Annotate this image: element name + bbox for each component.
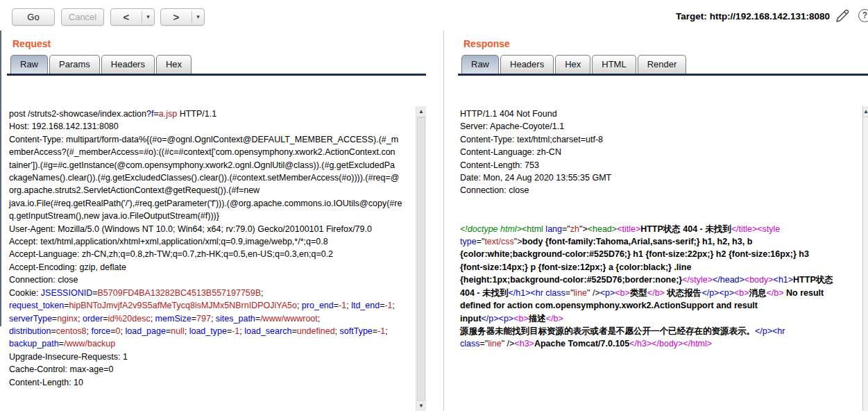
tab-render[interactable]: Render (638, 55, 687, 74)
code-line: {height:1px;background-color:#525D76;bor… (460, 274, 868, 286)
code-line: request_token=hipBNToJmvjfA2v9S5afMeTycq… (9, 299, 426, 312)
code-line (9, 389, 426, 401)
target-display: Target: http://192.168.142.131:8080 (676, 11, 830, 22)
response-editor[interactable]: HTTP/1.1 404 Not FoundServer: Apache-Coy… (458, 106, 868, 411)
tab-headers[interactable]: Headers (101, 55, 155, 74)
code-line: defined for action com.opensymphony.xwor… (460, 299, 868, 312)
code-line: <!doctype html><html lang="zh"><head><ti… (460, 223, 868, 235)
code-line (460, 197, 868, 210)
scroll-down-icon[interactable]: ▼ (416, 400, 426, 411)
scroll-up-icon[interactable]: ▲ (863, 106, 868, 117)
code-line: tainer']).(#g=#c.getInstance(@com.opensy… (9, 159, 426, 171)
request-scrollbar[interactable]: ▲ ▼ (416, 106, 426, 411)
tab-params[interactable]: Params (49, 55, 100, 74)
code-line: Accept-Language: zh-CN,zh;q=0.8,zh-TW;q=… (9, 248, 426, 260)
target-url: http://192.168.142.131:8080 (710, 11, 830, 22)
code-line: Date: Mon, 24 Aug 2020 13:55:35 GMT (460, 171, 868, 184)
code-line: Cache-Control: max-age=0 (9, 363, 426, 376)
code-line: Server: Apache-Coyote/1.1 (460, 120, 868, 133)
target-label: Target: (676, 11, 707, 22)
code-line: {color:white;background-color:#525D76;} … (460, 248, 868, 260)
code-line: class="line" /><h3>Apache Tomcat/7.0.105… (460, 337, 868, 350)
request-scrollbar-thumb[interactable] (417, 117, 425, 405)
window-edge-sliver (0, 0, 1, 326)
scroll-up-icon[interactable]: ▲ (416, 106, 426, 117)
toolbar: Go Cancel < ▾ > ▾ Target: http://192.168… (0, 0, 868, 31)
code-line: 404 - 未找到</h1><hr class="line" /><p><b>类… (460, 287, 868, 299)
tab-hex[interactable]: Hex (555, 55, 590, 74)
code-line: Upgrade-Insecure-Requests: 1 (9, 351, 426, 363)
forward-arrow-icon[interactable]: > (161, 9, 192, 25)
code-line: ckageNames().clear()).(#g.getExcludedCla… (9, 171, 426, 184)
request-editor[interactable]: post /struts2-showcase/index.action?f=a.… (7, 106, 426, 411)
response-panel-title: Response (458, 31, 868, 55)
code-line: Content-Length: 10 (9, 376, 426, 389)
code-line: Connection: close (460, 184, 868, 196)
edit-target-pencil-icon[interactable] (834, 8, 851, 27)
back-arrow-icon[interactable]: < (111, 9, 142, 25)
code-line: Host: 192.168.142.131:8080 (9, 120, 426, 133)
code-line: Content-Language: zh-CN (460, 146, 868, 158)
code-line: Connection: close (9, 274, 426, 286)
code-line: post /struts2-showcase/index.action?f=a.… (9, 108, 426, 120)
forward-button[interactable]: > ▾ (160, 8, 205, 26)
code-line: Content-Type: text/html;charset=utf-8 (460, 133, 868, 146)
code-line: 源服务器未能找到目标资源的表示或者是不愿公开一个已经存在的资源表示。</p><h… (460, 325, 868, 337)
code-line: java.io.File(#req.getRealPath('/'),#req.… (9, 197, 426, 210)
tab-underline (458, 74, 868, 76)
tab-hex[interactable]: Hex (156, 55, 192, 74)
tab-raw[interactable]: Raw (461, 55, 499, 74)
cancel-button[interactable]: Cancel (61, 8, 104, 26)
code-line: Content-Type: multipart/form-data%{(#o=@… (9, 133, 426, 146)
code-line (460, 210, 868, 222)
tab-headers[interactable]: Headers (500, 55, 554, 74)
response-scrollbar[interactable]: ▲ (862, 106, 868, 411)
code-line: Content-Length: 753 (460, 159, 868, 171)
back-button[interactable]: < ▾ (110, 8, 155, 26)
forward-dropdown-button[interactable]: ▾ (192, 9, 204, 25)
tab-html[interactable]: HTML (592, 55, 636, 74)
response-tabs: RawHeadersHexHTMLRender (461, 55, 868, 74)
code-line: type="text/css">body {font-family:Tahoma… (460, 235, 868, 248)
code-line: HTTP/1.1 404 Not Found (460, 108, 868, 120)
code-line: emberAccess?(#_memberAccess=#o):((#c=#co… (9, 146, 426, 158)
request-panel: Request RawParamsHeadersHex post /struts… (7, 31, 426, 411)
panel-divider (443, 31, 444, 411)
code-line: Accept: text/html,application/xhtml+xml,… (9, 235, 426, 248)
tab-raw[interactable]: Raw (10, 55, 48, 74)
request-panel-title: Request (7, 31, 426, 55)
code-line: Cookie: JSESSIONID=B5709FD4BA13282BC4513… (9, 287, 426, 299)
back-dropdown-button[interactable]: ▾ (142, 9, 154, 25)
help-icon[interactable]: ? (858, 9, 868, 22)
code-line: input</p><p><b>描述</b> (460, 312, 868, 325)
response-panel: Response RawHeadersHexHTMLRender HTTP/1.… (458, 31, 868, 411)
code-line (9, 401, 426, 411)
code-line: serverType=nginx; order=id%20desc; memSi… (9, 312, 426, 325)
tab-underline (7, 74, 426, 76)
code-line: org.apache.struts2.ServletActionContext@… (9, 184, 426, 196)
code-line: distribution=centos8; force=0; load_page… (9, 325, 426, 337)
code-line: Accept-Encoding: gzip, deflate (9, 261, 426, 274)
code-line: User-Agent: Mozilla/5.0 (Windows NT 10.0… (9, 223, 426, 235)
code-line: backup_path=/www/backup (9, 337, 426, 350)
go-button[interactable]: Go (12, 8, 55, 26)
request-tabs: RawParamsHeadersHex (10, 55, 426, 74)
code-line: q.getInputStream(),new java.io.FileOutpu… (9, 210, 426, 222)
code-line: {font-size:14px;} p {font-size:12px;} a … (460, 261, 868, 274)
